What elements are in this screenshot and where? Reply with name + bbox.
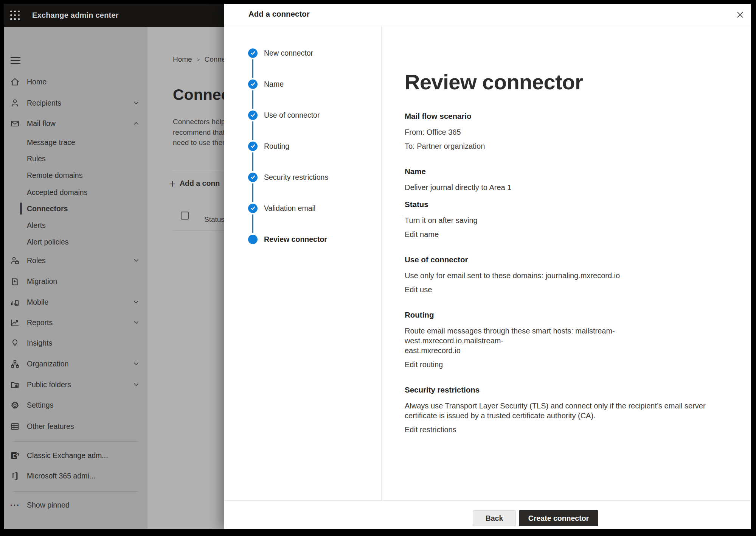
sidebar-item-microsoft-365-admi[interactable]: Microsoft 365 admi... <box>4 468 147 483</box>
microsoft-365-icon <box>10 471 20 481</box>
step-connector-line <box>252 214 253 233</box>
sidebar-item-label: Migration <box>27 277 57 286</box>
wizard-step-name[interactable]: Name <box>224 79 381 89</box>
review-section-title: Use of connector <box>405 254 707 265</box>
review-heading: Review connector <box>405 70 707 94</box>
public-folders-icon <box>10 380 20 390</box>
sidebar-item-connectors[interactable]: Connectors <box>4 201 147 216</box>
sidebar-item-reports[interactable]: Reports <box>4 315 147 330</box>
wizard-step-review-connector[interactable]: Review connector <box>224 235 381 244</box>
wizard-step-label: Validation email <box>264 204 315 213</box>
edit-restrictions-link[interactable]: Edit restrictions <box>405 425 456 435</box>
footer-divider <box>224 500 751 501</box>
chevron-down-icon <box>132 99 140 107</box>
table-header-divider <box>173 231 224 231</box>
review-section-text: Route email messages through these smart… <box>405 326 707 355</box>
sidebar-item-label: Microsoft 365 admi... <box>27 472 95 480</box>
step-connector-line <box>252 183 253 202</box>
sidebar-item-label: Alert policies <box>27 238 69 246</box>
step-current-dot-icon <box>248 235 258 244</box>
classic-exchange-icon: E <box>10 451 20 460</box>
step-connector-line <box>252 90 253 109</box>
sidebar-item-remote-domains[interactable]: Remote domains <box>4 168 147 183</box>
step-completed-check-icon <box>248 111 258 120</box>
add-connector-button[interactable]: Add a conn <box>180 179 220 188</box>
step-completed-check-icon <box>248 204 258 213</box>
wizard-step-label: Review connector <box>264 235 327 244</box>
sidebar-item-insights[interactable]: Insights <box>4 335 147 351</box>
edit-routing-link[interactable]: Edit routing <box>405 360 443 369</box>
wizard-step-label: Routing <box>264 142 289 151</box>
sidebar-item-mail-flow[interactable]: Mail flow <box>4 116 147 131</box>
wizard-step-label: Security restrictions <box>264 173 328 182</box>
top-app-bar: Exchange admin center <box>4 4 224 27</box>
screenshot-frame: Exchange admin center HomeRecipientsMail… <box>0 0 756 536</box>
sidebar-item-label: Public folders <box>27 380 71 389</box>
sidebar-item-settings[interactable]: Settings <box>4 397 147 413</box>
wizard-step-use-of-connector[interactable]: Use of connector <box>224 111 381 120</box>
person-icon <box>10 98 20 108</box>
wizard-step-security-restrictions[interactable]: Security restrictions <box>224 173 381 182</box>
create-connector-button[interactable]: Create connector <box>519 510 598 526</box>
sidebar-divider <box>13 491 138 492</box>
sidebar-nav: HomeRecipientsMail flowMessage traceRule… <box>4 27 147 529</box>
sidebar-item-home[interactable]: Home <box>4 74 147 89</box>
review-section-title: Routing <box>405 310 707 320</box>
sidebar-divider <box>13 441 138 442</box>
chevron-down-icon <box>132 360 140 368</box>
breadcrumb-home-link[interactable]: Home <box>173 55 192 64</box>
review-section-text: From: Office 365 <box>405 127 707 137</box>
wizard-step-new-connector[interactable]: New connector <box>224 48 381 58</box>
page-description: Connectors help recommend that need to u… <box>173 117 224 148</box>
close-icon[interactable] <box>734 9 746 21</box>
sidebar-item-label: Connectors <box>27 204 68 213</box>
screen: Exchange admin center HomeRecipientsMail… <box>4 4 751 529</box>
home-icon <box>10 77 20 87</box>
step-completed-check-icon <box>248 142 258 151</box>
sidebar-item-label: Mail flow <box>27 119 56 128</box>
select-all-checkbox[interactable] <box>181 212 189 220</box>
breadcrumb-current-page: Conne <box>204 55 224 64</box>
wizard-step-validation-email[interactable]: Validation email <box>224 204 381 213</box>
chevron-down-icon <box>132 257 140 264</box>
chevron-down-icon <box>132 319 140 326</box>
sidebar-item-alert-policies[interactable]: Alert policies <box>4 234 147 249</box>
app-title: Exchange admin center <box>32 11 119 20</box>
sidebar-item-roles[interactable]: Roles <box>4 253 147 268</box>
step-completed-check-icon <box>248 173 258 182</box>
review-section-title: Security restrictions <box>405 385 707 395</box>
sidebar-item-organization[interactable]: Organization <box>4 356 147 371</box>
wizard-step-routing[interactable]: Routing <box>224 142 381 151</box>
edit-use-link[interactable]: Edit use <box>405 285 432 294</box>
back-button[interactable]: Back <box>473 510 516 526</box>
mobile-icon <box>10 298 20 307</box>
app-launcher-waffle-icon[interactable] <box>10 11 20 20</box>
review-section-text: To: Partner organization <box>405 141 707 151</box>
sidebar-item-classic-exchange-adm[interactable]: EClassic Exchange adm... <box>4 448 147 463</box>
toolbar-divider <box>173 172 224 172</box>
organization-icon <box>10 359 20 369</box>
panel-title: Add a connector <box>248 9 310 19</box>
sidebar-item-rules[interactable]: Rules <box>4 151 147 166</box>
sidebar-item-alerts[interactable]: Alerts <box>4 218 147 233</box>
review-section-title: Mail flow scenario <box>405 111 707 121</box>
sidebar-item-other-features[interactable]: Other features <box>4 419 147 434</box>
sidebar-item-message-trace[interactable]: Message trace <box>4 135 147 150</box>
sidebar-item-accepted-domains[interactable]: Accepted domains <box>4 185 147 200</box>
wizard-content-divider <box>381 26 382 500</box>
step-completed-check-icon <box>248 48 258 58</box>
sidebar-item-migration[interactable]: Migration <box>4 274 147 289</box>
sidebar-item-label: Accepted domains <box>27 188 87 197</box>
status-column-header: Status <box>204 215 224 224</box>
sidebar-item-public-folders[interactable]: Public folders <box>4 377 147 392</box>
roles-icon <box>10 256 20 265</box>
chevron-up-icon <box>132 120 140 127</box>
plus-icon[interactable]: + <box>169 178 176 190</box>
hamburger-menu-icon[interactable] <box>11 57 20 64</box>
edit-name-link[interactable]: Edit name <box>405 229 439 239</box>
sidebar-item-mobile[interactable]: Mobile <box>4 294 147 310</box>
sidebar-item-show-pinned[interactable]: ···Show pinned <box>4 497 147 513</box>
sidebar-item-label: Remote domains <box>27 171 82 180</box>
sidebar-item-recipients[interactable]: Recipients <box>4 95 147 111</box>
review-content: Review connector Mail flow scenarioFrom:… <box>405 26 707 439</box>
